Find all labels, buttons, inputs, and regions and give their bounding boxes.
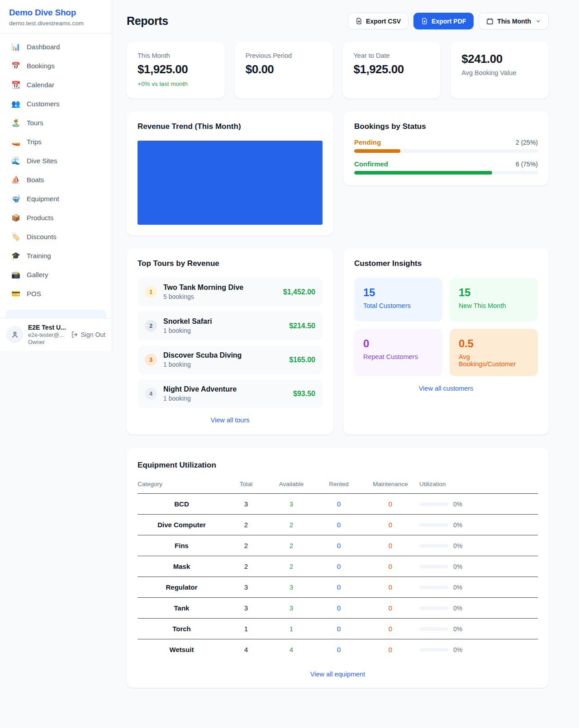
tour-bookings-count: 1 booking (163, 327, 283, 334)
utilization-percent: 0% (453, 605, 462, 612)
view-all-equipment-link[interactable]: View all equipment (138, 671, 538, 678)
insight-tile-repeat-customers: 0Repeat Customers (354, 329, 442, 376)
stat-label: Previous Period (246, 52, 322, 59)
export-csv-button[interactable]: Export CSV (348, 13, 408, 29)
tour-rank-badge: 2 (145, 320, 157, 332)
equipment-icon: 🤿 (11, 194, 21, 203)
sidebar-item-dashboard[interactable]: 📊Dashboard (5, 38, 106, 56)
maintenance-cell: 0 (361, 515, 419, 535)
sidebar-item-label: Bookings (27, 62, 55, 70)
insight-value: 0.5 (459, 337, 529, 350)
user-email: e2e-tester@... (28, 332, 66, 338)
insight-label: Total Customers (363, 302, 433, 309)
utilization-cell: 0% (419, 639, 538, 660)
sidebar-item-calendar[interactable]: 📆Calendar (5, 76, 106, 94)
export-pdf-button[interactable]: Export PDF (413, 13, 474, 29)
sidebar-item-label: Equipment (27, 195, 59, 203)
total-cell: 3 (226, 494, 266, 515)
tour-name: Night Dive Adventure (163, 385, 287, 393)
sidebar-item-bookings[interactable]: 📅Bookings (5, 57, 106, 75)
maintenance-cell: 0 (361, 577, 419, 598)
stat-label: Avg Booking Value (461, 69, 538, 76)
sidebar-item-customers[interactable]: 👥Customers (5, 95, 106, 113)
sidebar-item-gallery[interactable]: 📸Gallery (5, 266, 106, 284)
sidebar-item-trips[interactable]: 🚤Trips (5, 133, 106, 151)
gallery-icon: 📸 (11, 270, 21, 279)
sidebar-item-label: Calendar (27, 81, 54, 89)
sidebar-user-panel: E2E Test U... e2e-tester@... Owner Sign … (0, 318, 112, 351)
tour-bookings-count: 1 booking (163, 361, 283, 368)
products-icon: 📦 (11, 213, 21, 222)
maintenance-cell: 0 (361, 598, 419, 619)
sidebar-item-pos[interactable]: 💳POS (5, 285, 106, 303)
sidebar-item-tours[interactable]: 🏝️Tours (5, 114, 106, 132)
sidebar-item-label: Discounts (27, 233, 57, 241)
page-title: Reports (127, 14, 168, 28)
utilization-bar (419, 544, 448, 548)
sidebar-item-dive-sites[interactable]: 🌊Dive Sites (5, 152, 106, 170)
equipment-table-header: CategoryTotalAvailableRentedMaintenanceU… (138, 476, 538, 494)
tour-revenue: $165.00 (289, 356, 315, 364)
tour-info: Night Dive Adventure1 booking (163, 385, 287, 402)
pos-icon: 💳 (11, 289, 21, 298)
status-row: Pending2 (25%) (354, 138, 538, 153)
file-download-icon (421, 18, 428, 24)
top-tours-title: Top Tours by Revenue (138, 259, 323, 268)
sidebar-item-active-clipped[interactable] (5, 310, 106, 318)
sidebar-item-label: Training (27, 252, 51, 260)
sidebar-item-training[interactable]: 🎓Training (5, 247, 106, 265)
rented-cell: 0 (316, 639, 361, 660)
tour-rank-badge: 1 (145, 286, 157, 298)
page-header: Reports Export CSV Export PDF This Month (127, 13, 549, 29)
available-cell: 3 (266, 494, 316, 515)
available-cell: 4 (266, 639, 316, 660)
period-select[interactable]: This Month (479, 13, 549, 29)
category-cell: BCD (138, 494, 226, 515)
insights-row: Top Tours by Revenue 1Two Tank Morning D… (127, 248, 549, 435)
utilization-percent: 0% (453, 501, 462, 508)
utilization-percent: 0% (453, 625, 462, 633)
category-cell: Wetsuit (138, 639, 226, 660)
sidebar-item-boats[interactable]: ⛵Boats (5, 171, 106, 189)
tour-row: 1Two Tank Morning Dive5 bookings$1,452.0… (138, 278, 323, 306)
shop-name[interactable]: Demo Dive Shop (9, 8, 103, 18)
bookings-status-title: Bookings by Status (354, 122, 538, 131)
utilization-bar (419, 627, 448, 631)
stat-value: $0.00 (246, 62, 322, 76)
status-row: Confirmed6 (75%) (354, 160, 538, 175)
stat-value: $241.00 (461, 52, 538, 66)
stat-card-previous-period: Previous Period $0.00 (235, 42, 333, 99)
category-cell: Mask (138, 556, 226, 577)
available-cell: 3 (266, 577, 316, 598)
customer-insights-tiles: 15Total Customers15New This Month0Repeat… (354, 278, 538, 376)
status-bar-fill (354, 171, 492, 175)
available-cell: 2 (266, 556, 316, 577)
utilization-bar (419, 648, 448, 652)
view-all-tours-link[interactable]: View all tours (138, 416, 323, 424)
view-all-customers-link[interactable]: View all customers (354, 385, 538, 392)
table-row: Wetsuit44000% (138, 639, 538, 660)
utilization-wrap: 0% (419, 563, 538, 570)
status-count: 6 (75%) (516, 161, 538, 168)
column-header-available: Available (266, 476, 316, 494)
maintenance-cell: 0 (361, 639, 419, 660)
utilization-cell: 0% (419, 515, 538, 535)
sidebar-item-discounts[interactable]: 🏷️Discounts (5, 228, 106, 246)
table-row: Torch11000% (138, 619, 538, 639)
sidebar-item-label: Customers (27, 100, 60, 108)
sidebar-item-label: Boats (27, 176, 44, 184)
tour-info: Snorkel Safari1 booking (163, 317, 283, 334)
rented-cell: 0 (316, 598, 361, 619)
sidebar-item-label: Trips (27, 138, 42, 146)
maintenance-cell: 0 (361, 556, 419, 577)
tour-info: Discover Scuba Diving1 booking (163, 351, 283, 368)
category-cell: Fins (138, 535, 226, 556)
sign-out-button[interactable]: Sign Out (71, 331, 105, 338)
utilization-bar (419, 502, 448, 506)
available-cell: 2 (266, 535, 316, 556)
top-tours-list: 1Two Tank Morning Dive5 bookings$1,452.0… (138, 278, 323, 408)
insight-label: Avg Bookings/Customer (459, 353, 529, 368)
sidebar-item-equipment[interactable]: 🤿Equipment (5, 190, 106, 208)
sidebar-item-products[interactable]: 📦Products (5, 209, 106, 227)
shop-domain: demo.test.divestreams.com (9, 20, 103, 27)
